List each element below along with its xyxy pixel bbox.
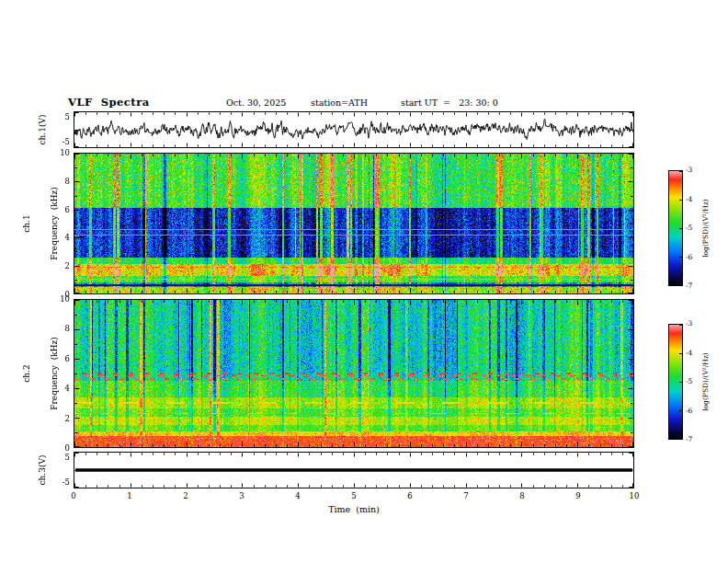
time-tick-label: 2	[172, 491, 199, 500]
time-tick-label: 10	[620, 491, 648, 500]
frequency-tick-label: 6	[44, 354, 70, 363]
colorbar-tick-label: -7	[686, 282, 706, 290]
frequency-tick-label: 10	[44, 148, 70, 157]
frequency-tick-label: 10	[44, 294, 70, 304]
frequency-tick-label: 4	[44, 233, 70, 242]
ch1-frequency-text: Frequency (kHz)	[50, 187, 59, 259]
colorbar-tick-label: -6	[686, 407, 706, 415]
colorbar-tick-label: -4	[686, 349, 706, 357]
frequency-tick-label: 2	[44, 261, 70, 270]
colorbar-tick-label: -7	[686, 435, 706, 443]
frequency-tick-label: 8	[44, 324, 70, 333]
colorbar-tick-label: -5	[686, 224, 706, 232]
colorbar-ch1-canvas	[669, 171, 682, 285]
ch1-spectrogram-panel	[74, 153, 634, 294]
start-ut-label: start UT = 23: 30: 0	[401, 98, 498, 108]
time-tick-label: 8	[508, 491, 536, 500]
ch1-waveform-canvas	[74, 112, 633, 147]
time-axis-label: Time (min)	[299, 504, 409, 514]
ch1-waveform-panel	[74, 111, 634, 148]
colorbar-tick-label: -6	[686, 253, 706, 261]
time-tick-label: 3	[228, 491, 256, 500]
time-tick-label: 0	[60, 491, 87, 500]
colorbar-ch1	[668, 170, 683, 286]
date-label: Oct. 30, 2025	[226, 98, 286, 108]
ch1-spectrogram-y-axis-label: ch.1 Frequency (kHz)	[4, 187, 77, 259]
frequency-tick-label: 4	[44, 384, 70, 393]
colorbar-tick-label: -4	[686, 195, 706, 203]
ch2-spectrogram-y-axis-label: ch.2 Frequency (kHz)	[4, 337, 77, 409]
time-tick-label: 7	[452, 491, 480, 500]
colorbar-ch2	[668, 324, 683, 440]
figure-title: VLF Spectra	[68, 96, 150, 109]
station-label: station=ATH	[311, 98, 368, 108]
vlf-spectra-figure: VLF Spectra Oct. 30, 2025 station=ATH st…	[0, 0, 728, 563]
ch1-channel-text: ch.1	[22, 187, 31, 259]
frequency-tick-label: 2	[44, 414, 70, 423]
frequency-tick-label: 8	[44, 177, 70, 186]
time-tick-label: 5	[340, 491, 368, 500]
voltage-tick-label: -5	[44, 137, 70, 146]
voltage-tick-label: -5	[44, 477, 70, 487]
ch2-frequency-text: Frequency (kHz)	[50, 337, 59, 409]
ch2-spectrogram-panel	[74, 299, 634, 448]
ch2-spectrogram-canvas	[74, 300, 633, 447]
ch2-channel-text: ch.2	[22, 337, 31, 409]
voltage-tick-label: 5	[44, 112, 70, 121]
voltage-tick-label: 5	[44, 453, 70, 462]
frequency-tick-label: 6	[44, 205, 70, 214]
colorbar-tick-label: -3	[686, 319, 706, 327]
time-tick-label: 4	[284, 491, 312, 500]
ch3-waveform-panel	[74, 452, 634, 488]
time-tick-label: 6	[396, 491, 424, 500]
ch3-waveform-canvas	[74, 453, 633, 488]
time-tick-label: 9	[564, 491, 592, 500]
colorbar-tick-label: -5	[686, 377, 706, 385]
colorbar-ch2-canvas	[669, 325, 682, 439]
ch1-spectrogram-canvas	[74, 154, 633, 293]
time-tick-label: 1	[116, 491, 143, 500]
frequency-tick-label: 0	[44, 443, 70, 453]
colorbar-tick-label: -3	[686, 166, 706, 174]
